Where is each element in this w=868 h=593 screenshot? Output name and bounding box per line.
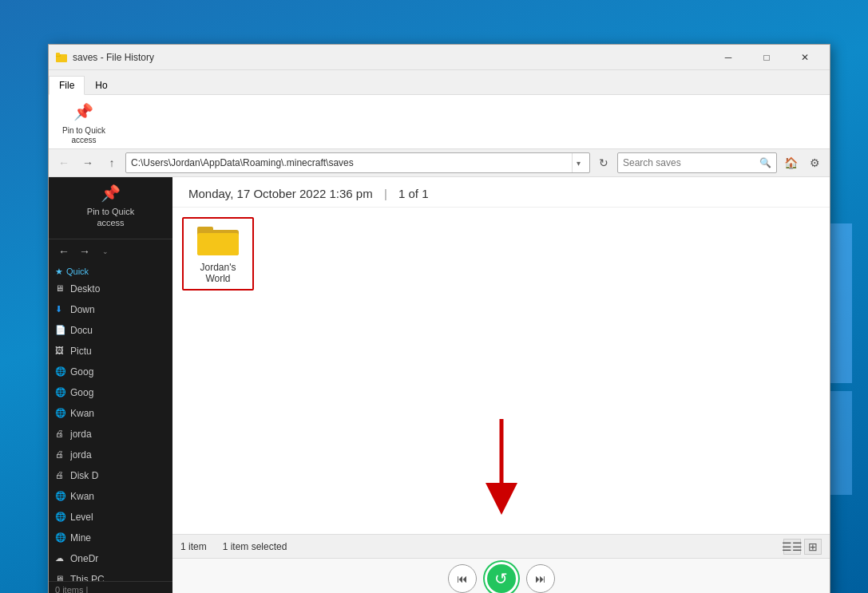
sidebar-item-level[interactable]: 🌐 Level bbox=[49, 507, 172, 528]
main-area: 📌 Pin to Quickaccess ← → ⌄ ★ Quick 🖥 Des… bbox=[49, 177, 830, 593]
folder-icon bbox=[197, 223, 239, 259]
disk-icon: 🖨 bbox=[55, 470, 66, 481]
back-button[interactable]: ← bbox=[54, 152, 74, 173]
file-history-window: saves - File History ─ □ ✕ File Ho 📌 Pin… bbox=[48, 44, 830, 593]
settings-button[interactable]: ⚙ bbox=[804, 152, 825, 173]
ribbon: File Ho 📌 Pin to Quickaccess bbox=[49, 70, 830, 149]
content-pane: Monday, 17 October 2022 1:36 pm | 1 of 1 bbox=[172, 177, 830, 593]
svg-rect-5 bbox=[197, 233, 239, 255]
sidebar-item-google1[interactable]: 🌐 Goog bbox=[49, 362, 172, 382]
sidebar-item-kwan[interactable]: 🌐 Kwan bbox=[49, 403, 172, 424]
close-button[interactable]: ✕ bbox=[787, 45, 823, 70]
restore-icon: ↺ bbox=[494, 569, 508, 588]
search-input[interactable] bbox=[623, 157, 759, 168]
sidebar-item-mine[interactable]: 🌐 Mine bbox=[49, 528, 172, 548]
maximize-button[interactable]: □ bbox=[748, 45, 785, 70]
files-area: Jordan'sWorld bbox=[172, 208, 830, 534]
content-wrapper: Jordan'sWorld 1 item 1 item selected ☰☰ bbox=[172, 208, 830, 558]
sidebar-item-downloads[interactable]: ⬇ Down bbox=[49, 299, 172, 320]
sidebar-item-desktop[interactable]: 🖥 Deskto bbox=[49, 279, 172, 299]
onedrive-icon: ☁ bbox=[55, 553, 66, 564]
sidebar: 📌 Pin to Quickaccess ← → ⌄ ★ Quick 🖥 Des… bbox=[49, 177, 172, 593]
next-button[interactable]: ⏭ bbox=[526, 564, 555, 593]
sidebar-back-button[interactable]: ← bbox=[55, 243, 73, 260]
status-bar: 1 item 1 item selected ☰☰ ⊞ bbox=[172, 534, 830, 558]
selected-text: 1 item selected bbox=[223, 541, 287, 552]
sidebar-item-documents[interactable]: 📄 Docu bbox=[49, 320, 172, 341]
folder-name: Jordan'sWorld bbox=[200, 262, 236, 284]
sidebar-item-pictures-label: Pictu bbox=[70, 346, 92, 357]
pictures-icon: 🖼 bbox=[55, 346, 66, 357]
address-bar-row: ← → ↑ C:\Users\Jordan\AppData\Roaming\.m… bbox=[49, 149, 830, 177]
address-bar[interactable]: C:\Users\Jordan\AppData\Roaming\.minecra… bbox=[125, 152, 590, 173]
sidebar-forward-button[interactable]: → bbox=[76, 243, 93, 260]
sidebar-item-kwan-label: Kwan bbox=[70, 408, 94, 419]
sidebar-item-jorda1[interactable]: 🖨 jorda bbox=[49, 424, 172, 445]
sidebar-item-downloads-label: Down bbox=[70, 304, 95, 315]
sidebar-item-kwan2-label: Kwan bbox=[70, 491, 94, 502]
date-header-row: Monday, 17 October 2022 1:36 pm | 1 of 1 bbox=[172, 177, 830, 208]
ribbon-tabs: File Ho bbox=[49, 70, 830, 94]
sidebar-item-kwan2[interactable]: 🌐 Kwan bbox=[49, 486, 172, 507]
svg-rect-2 bbox=[56, 53, 60, 56]
tab-file[interactable]: File bbox=[49, 76, 85, 95]
view-detail-button[interactable]: ☰☰ bbox=[783, 539, 801, 555]
svg-rect-4 bbox=[197, 227, 213, 233]
title-bar: saves - File History ─ □ ✕ bbox=[49, 45, 830, 70]
sidebar-item-disk-label: Disk D bbox=[70, 470, 98, 481]
sidebar-quick-access-header: ★ Quick bbox=[49, 263, 172, 279]
star-icon: ★ bbox=[55, 267, 63, 277]
pin-icon: 📌 bbox=[71, 99, 97, 125]
sidebar-item-desktop-label: Deskto bbox=[70, 283, 100, 295]
pin-label: Pin to Quickaccess bbox=[62, 126, 105, 145]
restore-button[interactable]: ↺ bbox=[485, 562, 518, 594]
sidebar-item-disk[interactable]: 🖨 Disk D bbox=[49, 465, 172, 486]
sidebar-item-onedrive-label: OneDr bbox=[70, 553, 98, 564]
search-icon[interactable]: 🔍 bbox=[759, 157, 771, 168]
status-left: 1 item 1 item selected bbox=[180, 541, 783, 552]
playback-bar: ⏮ ↺ ⏭ bbox=[172, 558, 830, 593]
detail-view-icon: ☰☰ bbox=[782, 540, 803, 553]
prev-button[interactable]: ⏮ bbox=[448, 564, 477, 593]
forward-button[interactable]: → bbox=[77, 152, 98, 173]
window-controls: ─ □ ✕ bbox=[710, 45, 823, 70]
sidebar-item-documents-label: Docu bbox=[70, 325, 93, 336]
sidebar-item-pictures[interactable]: 🖼 Pictu bbox=[49, 341, 172, 362]
refresh-button[interactable]: ↻ bbox=[593, 152, 614, 173]
ribbon-content: 📌 Pin to Quickaccess bbox=[49, 94, 830, 148]
date-text: Monday, 17 October 2022 1:36 pm bbox=[188, 187, 373, 200]
up-button[interactable]: ↑ bbox=[101, 152, 122, 173]
large-view-icon: ⊞ bbox=[808, 540, 818, 553]
prev-icon: ⏮ bbox=[457, 572, 468, 585]
google2-icon: 🌐 bbox=[55, 387, 66, 398]
sidebar-item-google1-label: Goog bbox=[70, 366, 93, 378]
mine-icon: 🌐 bbox=[55, 532, 66, 544]
sidebar-item-google2-label: Goog bbox=[70, 387, 93, 398]
home-button[interactable]: 🏠 bbox=[780, 152, 801, 173]
kwan2-icon: 🌐 bbox=[55, 491, 66, 502]
sidebar-pin-icon: 📌 bbox=[101, 184, 121, 203]
page-info: 1 of 1 bbox=[398, 187, 429, 200]
sidebar-item-jorda2-label: jorda bbox=[70, 449, 92, 461]
minimize-button[interactable]: ─ bbox=[710, 45, 747, 70]
sidebar-item-mine-label: Mine bbox=[70, 532, 91, 544]
separator: | bbox=[384, 187, 387, 200]
item-count-text: 1 item bbox=[180, 541, 207, 552]
jorda1-icon: 🖨 bbox=[55, 429, 66, 440]
folder-item-jordans-world[interactable]: Jordan'sWorld bbox=[182, 217, 254, 291]
sidebar-status: 0 items | bbox=[49, 581, 172, 593]
sidebar-item-google2[interactable]: 🌐 Goog bbox=[49, 382, 172, 403]
google1-icon: 🌐 bbox=[55, 366, 66, 378]
sidebar-chevron-button[interactable]: ⌄ bbox=[97, 243, 114, 260]
quick-access-label: Quick bbox=[66, 267, 89, 276]
view-large-button[interactable]: ⊞ bbox=[804, 539, 822, 555]
window-icon bbox=[55, 51, 68, 64]
search-box[interactable]: 🔍 bbox=[617, 152, 777, 173]
tab-home[interactable]: Ho bbox=[85, 76, 117, 94]
level-icon: 🌐 bbox=[55, 512, 66, 523]
pin-to-quick-access-button[interactable]: 📌 Pin to Quickaccess bbox=[55, 95, 113, 149]
sidebar-item-jorda2[interactable]: 🖨 jorda bbox=[49, 445, 172, 465]
sidebar-item-level-label: Level bbox=[70, 512, 93, 523]
sidebar-item-onedrive[interactable]: ☁ OneDr bbox=[49, 548, 172, 569]
address-dropdown-button[interactable]: ▾ bbox=[572, 153, 585, 172]
